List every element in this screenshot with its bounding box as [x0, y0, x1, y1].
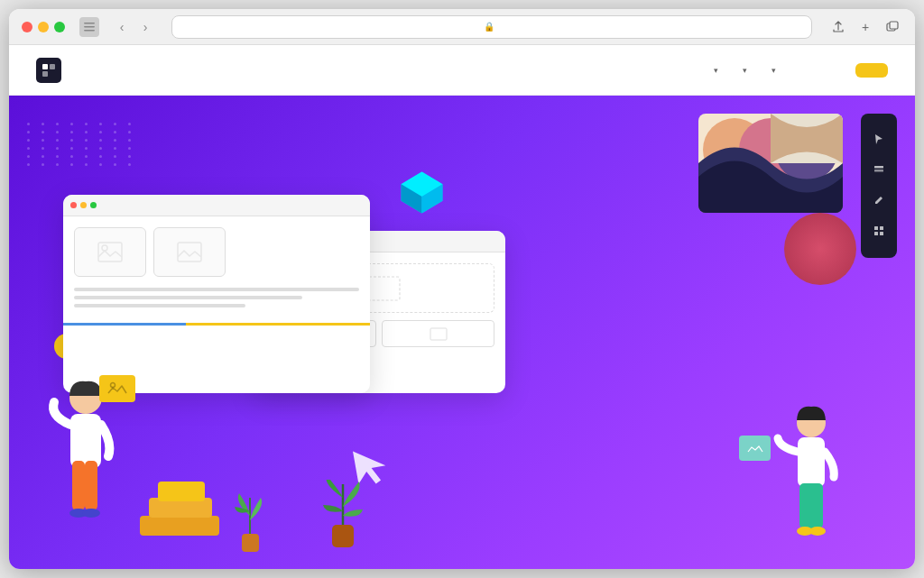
svg-rect-5 — [42, 64, 48, 69]
site-navigation: ▾ ▾ ▾ — [9, 45, 915, 96]
mock1-line-3 — [74, 304, 245, 307]
browser-mockup-1 — [63, 195, 370, 393]
nav-tutorials[interactable]: ▾ — [702, 60, 727, 80]
lock-icon: 🔒 — [484, 22, 494, 32]
forward-button[interactable]: › — [135, 17, 155, 37]
toolbar-panel — [861, 114, 897, 258]
mock1-blue-bar — [63, 323, 186, 326]
svg-rect-28 — [72, 461, 85, 510]
stacked-blocks-decoration — [140, 480, 221, 546]
address-bar[interactable]: 🔒 — [171, 15, 812, 39]
svg-rect-34 — [799, 483, 823, 528]
toolbar-grid-icon — [873, 225, 885, 240]
share-button[interactable] — [828, 17, 848, 37]
new-window-button[interactable] — [882, 17, 902, 37]
svg-rect-1 — [84, 26, 95, 28]
mock1-line-2 — [74, 296, 302, 299]
nav-links: ▾ ▾ ▾ — [702, 60, 828, 80]
decorative-circle — [784, 213, 856, 285]
svg-rect-7 — [42, 71, 48, 77]
back-forward-buttons: ‹ › — [112, 17, 155, 37]
tutorials-chevron-icon: ▾ — [714, 66, 718, 75]
mock1-dot-yellow — [80, 202, 87, 208]
mock1-text-lines — [74, 284, 359, 311]
svg-rect-0 — [84, 23, 95, 24]
svg-rect-17 — [874, 232, 878, 235]
mock1-titlebar — [63, 195, 370, 216]
svg-rect-21 — [178, 243, 201, 261]
mock2-box-2 — [382, 320, 494, 347]
toolbar-cursor-icon — [873, 133, 885, 148]
sidebar-toggle-button[interactable] — [79, 17, 99, 37]
svg-rect-29 — [85, 461, 97, 510]
mock1-progress-bar — [63, 322, 370, 326]
svg-point-20 — [102, 245, 107, 251]
svg-rect-37 — [140, 516, 219, 536]
svg-rect-13 — [874, 166, 883, 169]
minimize-button[interactable] — [38, 22, 49, 32]
plant-1-decoration — [226, 489, 275, 555]
svg-rect-39 — [158, 482, 205, 501]
svg-rect-19 — [98, 243, 122, 261]
site-content: ▾ ▾ ▾ — [9, 45, 915, 569]
browser-window: ‹ › 🔒 + — [9, 9, 915, 569]
logo[interactable] — [36, 58, 69, 83]
browser-actions: + — [828, 17, 902, 37]
post-layouts-chevron-icon: ▾ — [772, 66, 776, 75]
plant-2-decoration — [316, 480, 370, 551]
small-image-card — [739, 436, 771, 461]
svg-point-22 — [111, 383, 116, 388]
3d-cube-decoration — [397, 168, 447, 217]
svg-rect-16 — [880, 226, 883, 230]
nav-animations[interactable]: ▾ — [731, 60, 756, 80]
svg-rect-40 — [242, 534, 259, 552]
close-button[interactable] — [22, 22, 32, 32]
svg-rect-4 — [890, 22, 898, 29]
svg-rect-6 — [50, 64, 55, 69]
nav-style-guide[interactable] — [810, 65, 828, 76]
dots-decoration: const dotsGrid = document.querySelector(… — [27, 123, 137, 166]
character-right — [771, 398, 852, 560]
traffic-lights — [22, 22, 65, 32]
svg-rect-2 — [84, 30, 95, 32]
svg-rect-27 — [70, 414, 101, 468]
svg-rect-33 — [798, 437, 825, 487]
mock1-row-1 — [74, 227, 359, 277]
mock1-image-placeholder — [74, 227, 146, 277]
mock1-dot-red — [70, 202, 77, 208]
svg-point-31 — [82, 509, 100, 518]
browser-titlebar: ‹ › 🔒 + — [9, 9, 915, 45]
mock1-line-1 — [74, 288, 359, 291]
svg-rect-15 — [874, 226, 878, 230]
yellow-card-decoration — [99, 375, 135, 402]
mock1-dot-green — [90, 202, 97, 208]
svg-point-36 — [809, 527, 826, 536]
toolbar-edit-icon — [873, 194, 885, 209]
back-button[interactable]: ‹ — [112, 17, 132, 37]
svg-rect-18 — [880, 232, 883, 235]
abstract-art-panel — [698, 114, 843, 213]
svg-rect-25 — [430, 328, 447, 340]
nav-query-layouts[interactable] — [789, 65, 807, 76]
svg-rect-14 — [874, 170, 883, 172]
mock1-content — [63, 216, 370, 322]
maximize-button[interactable] — [54, 22, 65, 32]
nav-post-layouts[interactable]: ▾ — [760, 60, 785, 80]
nav-download-button[interactable] — [855, 63, 888, 78]
animations-chevron-icon: ▾ — [743, 66, 747, 75]
logo-icon — [36, 58, 61, 83]
toolbar-layers-icon — [873, 163, 885, 179]
mock1-image-placeholder-2 — [153, 227, 226, 277]
new-tab-button[interactable]: + — [855, 17, 875, 37]
hero-section: const dotsGrid = document.querySelector(… — [9, 96, 915, 569]
svg-rect-41 — [332, 525, 354, 547]
